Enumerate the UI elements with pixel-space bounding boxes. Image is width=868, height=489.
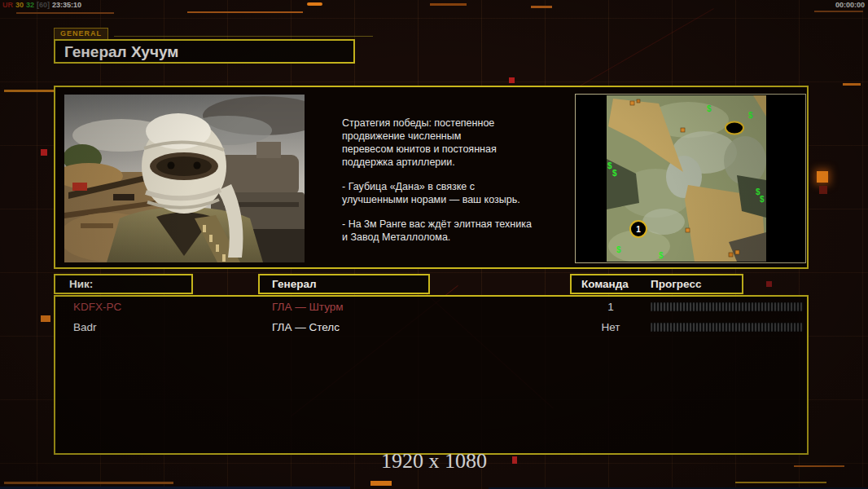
loading-screen: UR3032[60]23:35:10 00:00:00 GENERAL Гене… [0,0,868,489]
vignette-overlay [0,0,868,489]
